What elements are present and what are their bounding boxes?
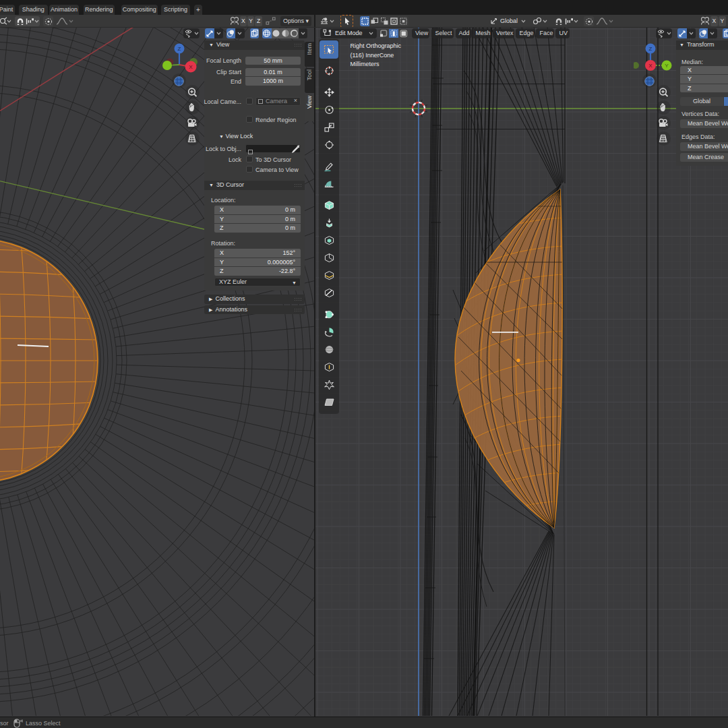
svg-text:X: X xyxy=(189,64,193,70)
svg-text:Y: Y xyxy=(665,63,669,69)
svg-text:Z: Z xyxy=(178,46,181,52)
svg-text:Z: Z xyxy=(649,46,653,52)
svg-text:X: X xyxy=(648,63,653,69)
